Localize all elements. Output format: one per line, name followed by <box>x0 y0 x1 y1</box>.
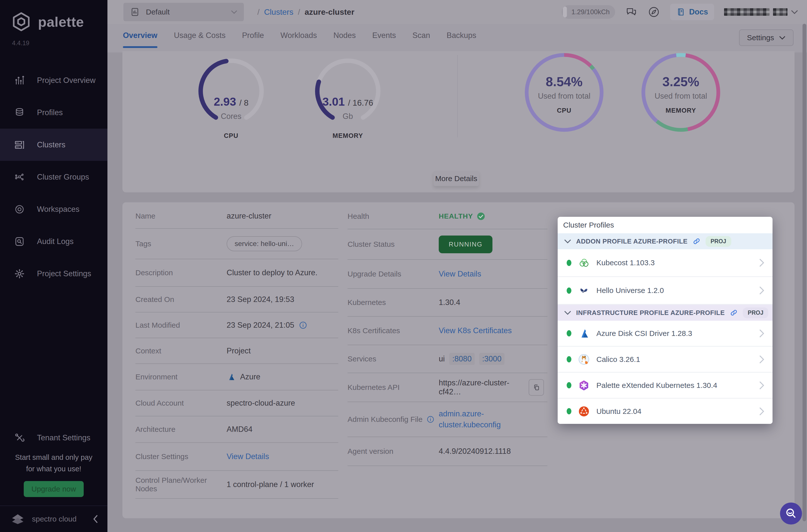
sidebar-item-profiles[interactable]: Profiles <box>0 96 108 129</box>
detail-row-nodes: Control Plane/Worker Nodes 1 control-pla… <box>135 471 338 499</box>
settings-button[interactable]: Settings <box>739 30 793 46</box>
detail-row-cloud-account: Cloud Account spectro-cloud-azure <box>135 391 338 416</box>
cpu-usage-donut: 8.54% Used from total CPU <box>523 51 605 134</box>
hello-universe-icon <box>578 284 590 297</box>
sidebar-item-tenant-settings[interactable]: Tenant Settings <box>0 424 108 452</box>
search-assistant-button[interactable] <box>780 502 802 525</box>
spectro-cloud-logo-icon <box>10 512 25 526</box>
azure-icon <box>578 327 590 339</box>
copy-icon[interactable] <box>529 379 544 396</box>
profile-pack-kubecost[interactable]: Kubecost 1.103.3 <box>558 249 772 277</box>
pack-name: Palette eXtended Kubernetes 1.30.4 <box>596 381 752 390</box>
detail-label: Last Modified <box>135 321 227 329</box>
popup-title: Cluster Profiles <box>558 217 772 233</box>
tab-usage-costs[interactable]: Usage & Costs <box>174 31 226 53</box>
detail-row-last-modified: Last Modified 23 Sep 2024, 21:05 <box>135 312 338 338</box>
service-port-link[interactable]: :8080 <box>449 353 475 365</box>
sidebar-item-label: Profiles <box>37 108 63 117</box>
detail-row-cluster-settings: Cluster Settings View Details <box>135 443 338 471</box>
tab-nodes[interactable]: Nodes <box>333 31 356 53</box>
chevron-right-icon <box>758 381 766 390</box>
tab-scan[interactable]: Scan <box>413 31 430 53</box>
tab-profile[interactable]: Profile <box>242 31 264 53</box>
compass-icon[interactable] <box>648 6 660 18</box>
spectro-cloud-brand: spectro cloud <box>32 515 86 523</box>
sidebar-item-workspaces[interactable]: Workspaces <box>0 193 108 225</box>
more-details-button[interactable]: More Details <box>433 171 479 186</box>
profile-pack-palette-extended-kubernetes[interactable]: Palette eXtended Kubernetes 1.30.4 <box>558 373 772 399</box>
project-selector-value: Default <box>146 8 231 16</box>
top-bar-right: 1.29/100kCh Docs <box>562 0 798 24</box>
cpu-gauge-unit: Cores <box>189 112 274 121</box>
section-divider <box>457 55 458 137</box>
detail-value: 4.4.9/20240912.1118 <box>439 447 511 456</box>
collapse-sidebar-icon[interactable] <box>92 515 99 523</box>
cpu-donut-subtitle: Used from total <box>523 92 605 101</box>
sidebar-item-label: Clusters <box>37 140 65 149</box>
project-selector[interactable]: Default <box>124 3 244 21</box>
scope-badge: PROJ <box>706 236 731 247</box>
breadcrumb-separator: / <box>298 7 300 17</box>
view-k8s-certificates-link[interactable]: View K8s Certificates <box>439 326 512 335</box>
info-icon[interactable] <box>299 321 307 329</box>
search-smile-icon <box>784 507 798 520</box>
detail-row-cluster-status: Cluster Status RUNNING <box>348 229 547 260</box>
cluster-settings-view-details-link[interactable]: View Details <box>227 452 269 461</box>
profile-pack-hello-universe[interactable]: Hello Universe 1.2.0 <box>558 277 772 305</box>
detail-row-kubernetes: Kubernetes 1.30.4 <box>348 289 547 317</box>
sidebar-item-cluster-groups[interactable]: Cluster Groups <box>0 161 108 193</box>
detail-row-tags: Tags service: hello-uni… <box>135 229 338 259</box>
tab-events[interactable]: Events <box>372 31 396 53</box>
profile-pack-azure-disk[interactable]: Azure Disk CSI Driver 1.28.3 <box>558 321 772 347</box>
sidebar-item-label: Project Overview <box>37 76 95 85</box>
detail-label: Upgrade Details <box>348 270 439 278</box>
info-icon[interactable] <box>427 415 434 423</box>
detail-row-environment: Environment Azure <box>135 364 338 391</box>
detail-row-agent-version: Agent version 4.4.9/20240912.1118 <box>348 437 547 466</box>
tag-pill[interactable]: service: hello-uni… <box>227 236 302 251</box>
kubernetes-api-url: https://azure-cluster-cf42… <box>439 378 524 396</box>
chat-icon[interactable] <box>625 6 638 18</box>
detail-label: Description <box>135 268 227 277</box>
detail-value: azure-cluster <box>227 212 271 221</box>
scrollbar-thumb[interactable] <box>803 24 806 521</box>
upgrade-now-button[interactable]: Upgrade now <box>24 481 84 497</box>
infrastructure-profile-header[interactable]: INFRASTRUCTURE PROFILE AZURE-PROFILE PRO… <box>558 305 772 321</box>
sidebar-item-label: Audit Logs <box>37 237 74 246</box>
upgrade-view-details-link[interactable]: View Details <box>439 269 481 279</box>
sidebar-item-label: Project Settings <box>37 269 91 278</box>
sidebar-item-audit-logs[interactable]: Audit Logs <box>0 225 108 258</box>
detail-label: Health <box>348 212 439 221</box>
detail-row-admin-kubeconfig: Admin Kubeconfig File admin.azure-cluste… <box>348 402 547 437</box>
top-bar: Default / Clusters / azure-cluster 1.29/… <box>108 0 807 24</box>
link-icon[interactable] <box>693 237 700 245</box>
detail-row-architecture: Architecture AMD64 <box>135 416 338 443</box>
detail-label: Control Plane/Worker Nodes <box>135 476 227 493</box>
service-name: ui <box>439 355 445 363</box>
sidebar-menu: Project Overview Profiles Clusters <box>0 64 108 290</box>
tab-workloads[interactable]: Workloads <box>281 31 317 53</box>
check-circle-icon <box>476 212 485 221</box>
sidebar-item-project-overview[interactable]: Project Overview <box>0 64 108 96</box>
detail-label: Admin Kubeconfig File <box>348 415 423 424</box>
sidebar-item-project-settings[interactable]: Project Settings <box>0 258 108 290</box>
kubecost-icon <box>578 257 590 269</box>
pack-status-dot <box>567 408 571 414</box>
breadcrumb-clusters-link[interactable]: Clusters <box>264 7 293 17</box>
tab-overview[interactable]: Overview <box>123 31 157 53</box>
kubeconfig-file-link[interactable]: admin.azure-cluster.kubeconfig <box>439 408 514 430</box>
docs-button[interactable]: Docs <box>670 4 714 20</box>
cpu-donut-percent: 8.54% <box>523 74 605 89</box>
addon-profile-header[interactable]: ADDON PROFILE AZURE-PROFILE PROJ <box>558 233 772 249</box>
link-icon[interactable] <box>730 309 738 317</box>
sidebar-item-clusters[interactable]: Clusters <box>0 129 108 161</box>
layers-icon <box>14 107 25 118</box>
tab-backups[interactable]: Backups <box>447 31 476 53</box>
profile-pack-ubuntu[interactable]: Ubuntu 22.04 <box>558 399 772 424</box>
profile-pack-calico[interactable]: Calico 3.26.1 <box>558 347 772 373</box>
palette-logo-icon <box>11 12 32 32</box>
credits-value: 1.29/100kCh <box>571 8 609 16</box>
service-port-link[interactable]: :3000 <box>479 353 505 365</box>
cpu-gauge-caption: CPU <box>189 132 274 140</box>
user-menu[interactable] <box>724 8 798 16</box>
